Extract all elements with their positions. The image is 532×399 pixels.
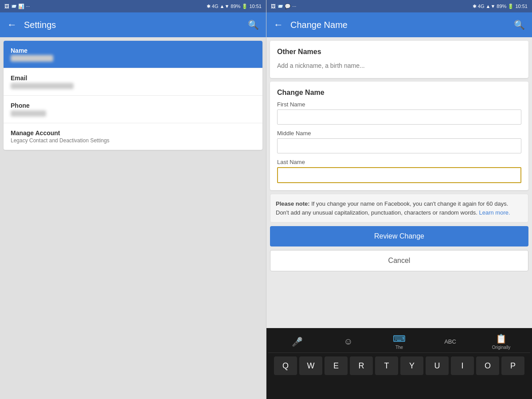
middle-name-group: Middle Name: [277, 130, 521, 153]
last-name-label: Last Name: [277, 159, 521, 165]
settings-manage-sub: Legacy Contact and Deactivation Settings: [11, 137, 255, 144]
first-name-input[interactable]: [277, 110, 521, 125]
key-p[interactable]: P: [501, 356, 524, 375]
right-status-right-text: ✱ 4G ▲▼ 89% 🔋 10:51: [473, 4, 528, 9]
emoji-icon: ☺: [344, 336, 352, 347]
right-status-left-icons: 🖼 📨 💬 ···: [271, 4, 296, 9]
last-name-group: Last Name: [277, 159, 521, 183]
right-status-bar: 🖼 📨 💬 ··· ✱ 4G ▲▼ 89% 🔋 10:51: [266, 0, 532, 12]
left-back-button[interactable]: ←: [7, 19, 17, 31]
review-change-button[interactable]: Review Change: [270, 226, 528, 246]
keyboard-toolbar: 🎤 ☺ ⌨ The ABC 📋 Originally: [268, 331, 530, 353]
keyboard-icon: ⌨: [393, 333, 406, 344]
left-status-icons: 🖼 📨 📊 ···: [4, 4, 30, 9]
settings-phone-value: +15555555555: [11, 110, 255, 117]
email-blurred: chekham9197@gmail.com: [11, 83, 74, 89]
key-w[interactable]: W: [299, 356, 322, 375]
notice-text: If you change your name on Facebook, you…: [276, 200, 508, 216]
change-name-card: Change Name First Name Middle Name Last …: [270, 82, 528, 190]
notice-box: Please note: If you change your name on …: [270, 194, 528, 223]
first-name-label: First Name: [277, 101, 521, 108]
mic-icon: 🎤: [292, 336, 303, 347]
right-app-bar: ← Change Name 🔍: [266, 12, 532, 37]
middle-name-input[interactable]: [277, 138, 521, 153]
abc-icon: ABC: [444, 338, 456, 345]
settings-item-name[interactable]: Name SomeUserName: [4, 41, 262, 68]
settings-manage-label: Manage Account: [11, 129, 255, 137]
clipboard-icon: 📋: [496, 333, 507, 344]
left-panel: 🖼 📨 📊 ··· ✱ 4G ▲▼ 89% 🔋 10:51 ← Settings…: [0, 0, 266, 399]
last-name-input[interactable]: [277, 167, 521, 183]
photo-icon: 🖼 📨 📊 ···: [4, 4, 30, 9]
key-y[interactable]: Y: [400, 356, 423, 375]
key-u[interactable]: U: [426, 356, 449, 375]
suggestion-the: The: [395, 345, 403, 350]
keyboard-tool-clipboard[interactable]: 📋 Originally: [488, 333, 515, 350]
name-blurred: SomeUserName: [11, 55, 53, 62]
settings-item-manage-account[interactable]: Manage Account Legacy Contact and Deacti…: [4, 123, 262, 150]
settings-item-email[interactable]: Email chekham9197@gmail.com: [4, 68, 262, 96]
key-e[interactable]: E: [325, 356, 348, 375]
keyboard: 🎤 ☺ ⌨ The ABC 📋 Originally Q W E R T: [266, 328, 532, 399]
status-right-text: ✱ 4G ▲▼ 89% 🔋 10:51: [207, 4, 262, 9]
cancel-button[interactable]: Cancel: [270, 250, 528, 271]
other-names-title: Other Names: [277, 48, 521, 56]
key-q[interactable]: Q: [274, 356, 297, 375]
settings-email-value: chekham9197@gmail.com: [11, 82, 255, 89]
notice-learn-more-link[interactable]: Learn more.: [479, 209, 510, 216]
right-back-button[interactable]: ←: [274, 19, 283, 31]
key-i[interactable]: I: [451, 356, 474, 375]
right-app-title: Change Name: [290, 20, 507, 30]
keyboard-tool-abc[interactable]: ABC: [437, 338, 464, 345]
middle-name-label: Middle Name: [277, 130, 521, 137]
keyboard-tool-emoji[interactable]: ☺: [335, 336, 362, 347]
change-name-card-title: Change Name: [277, 89, 521, 97]
right-search-icon[interactable]: 🔍: [514, 20, 525, 30]
left-search-icon[interactable]: 🔍: [248, 20, 259, 30]
left-app-title: Settings: [24, 20, 241, 30]
left-status-bar: 🖼 📨 📊 ··· ✱ 4G ▲▼ 89% 🔋 10:51: [0, 0, 266, 12]
key-o[interactable]: O: [476, 356, 499, 375]
right-status-right-icons: ✱ 4G ▲▼ 89% 🔋 10:51: [473, 4, 528, 9]
settings-email-label: Email: [11, 74, 255, 82]
settings-phone-label: Phone: [11, 102, 255, 109]
phone-blurred: +15555555555: [11, 110, 46, 117]
key-r[interactable]: R: [350, 356, 373, 375]
settings-list: Name SomeUserName Email chekham9197@gmai…: [4, 41, 262, 150]
settings-item-phone[interactable]: Phone +15555555555: [4, 96, 262, 123]
right-panel: 🖼 📨 💬 ··· ✱ 4G ▲▼ 89% 🔋 10:51 ← Change N…: [266, 0, 532, 399]
settings-name-value: SomeUserName: [11, 55, 255, 62]
keyboard-tool-keyboard[interactable]: ⌨ The: [386, 333, 413, 350]
keyboard-tool-mic[interactable]: 🎤: [284, 336, 311, 347]
right-photo-icon: 🖼 📨 💬 ···: [271, 4, 296, 9]
keyboard-row-qwerty: Q W E R T Y U I O P: [268, 356, 530, 375]
key-t[interactable]: T: [375, 356, 398, 375]
suggestion-originally: Originally: [492, 345, 511, 350]
settings-name-label: Name: [11, 47, 255, 54]
other-names-input[interactable]: [277, 60, 521, 71]
other-names-card: Other Names: [270, 41, 528, 78]
notice-bold-text: Please note:: [276, 200, 310, 207]
right-status-icons: ✱ 4G ▲▼ 89% 🔋 10:51: [207, 4, 262, 9]
left-app-bar: ← Settings 🔍: [0, 12, 266, 37]
change-name-content: Other Names Change Name First Name Middl…: [266, 37, 532, 328]
first-name-group: First Name: [277, 101, 521, 125]
